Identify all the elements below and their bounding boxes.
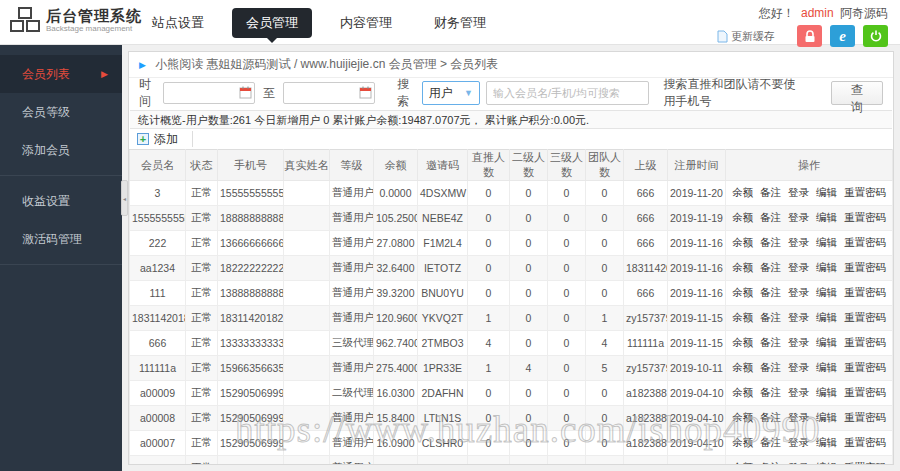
action-edit-link[interactable]: 编辑: [816, 436, 837, 448]
table-row: a00008正常15290506999普通用户15.8400LTLN1S0000…: [130, 406, 893, 431]
action-reset-password-link[interactable]: 重置密码: [844, 286, 886, 298]
table-cell: 0: [468, 406, 510, 431]
table-row: 3正常15555555555普通用户0.00004DSXMW0000666201…: [130, 181, 893, 206]
action-login-link[interactable]: 登录: [788, 336, 809, 348]
action-note-link[interactable]: 备注: [760, 411, 781, 423]
action-balance-link[interactable]: 余额: [732, 411, 753, 423]
action-balance-link[interactable]: 余额: [732, 461, 753, 465]
table-cell: 0: [468, 206, 510, 231]
action-login-link[interactable]: 登录: [788, 211, 809, 223]
action-note-link[interactable]: 备注: [760, 336, 781, 348]
action-reset-password-link[interactable]: 重置密码: [844, 186, 886, 198]
table-row: 18311420182正常18311420182普通用户120.9600YKVQ…: [130, 306, 893, 331]
nav-tab-site-settings[interactable]: 站点设置: [138, 8, 218, 38]
action-edit-link[interactable]: 编辑: [816, 386, 837, 398]
action-login-link[interactable]: 登录: [788, 311, 809, 323]
action-note-link[interactable]: 备注: [760, 261, 781, 273]
row-actions: 余额备注登录编辑重置密码: [726, 231, 893, 256]
table-cell: 正常: [186, 281, 218, 306]
refresh-cache-link[interactable]: 更新缓存: [717, 29, 775, 44]
table-cell: 105.2500: [374, 206, 418, 231]
action-reset-password-link[interactable]: 重置密码: [844, 411, 886, 423]
action-note-link[interactable]: 备注: [760, 436, 781, 448]
row-actions: 余额备注登录编辑重置密码: [726, 206, 893, 231]
action-login-link[interactable]: 登录: [788, 461, 809, 465]
action-edit-link[interactable]: 编辑: [816, 186, 837, 198]
ie-browser-icon[interactable]: e: [830, 25, 855, 47]
action-login-link[interactable]: 登录: [788, 261, 809, 273]
table-cell: 111111a: [130, 356, 186, 381]
action-reset-password-link[interactable]: 重置密码: [844, 436, 886, 448]
action-edit-link[interactable]: 编辑: [816, 211, 837, 223]
add-button[interactable]: + 添加: [137, 131, 178, 148]
table-cell: 0.0000: [374, 181, 418, 206]
sidebar-item-add-member[interactable]: 添加会员: [0, 131, 122, 169]
sidebar-item-profit-settings[interactable]: 收益设置: [0, 182, 122, 220]
table-cell: 0: [548, 331, 586, 356]
action-reset-password-link[interactable]: 重置密码: [844, 261, 886, 273]
action-login-link[interactable]: 登录: [788, 186, 809, 198]
nav-tab-content-management[interactable]: 内容管理: [326, 8, 406, 38]
action-login-link[interactable]: 登录: [788, 236, 809, 248]
nav-tab-member-management[interactable]: 会员管理: [232, 8, 312, 38]
action-note-link[interactable]: 备注: [760, 311, 781, 323]
action-balance-link[interactable]: 余额: [732, 386, 753, 398]
sidebar-item-member-level[interactable]: 会员等级: [0, 93, 122, 131]
action-edit-link[interactable]: 编辑: [816, 361, 837, 373]
table-cell: 111: [130, 281, 186, 306]
table-cell: BNU0YU: [418, 281, 468, 306]
action-edit-link[interactable]: 编辑: [816, 411, 837, 423]
action-reset-password-link[interactable]: 重置密码: [844, 461, 886, 465]
action-reset-password-link[interactable]: 重置密码: [844, 236, 886, 248]
table-row: 15555555555正常18888888888普通用户105.2500NEBE…: [130, 206, 893, 231]
action-reset-password-link[interactable]: 重置密码: [844, 361, 886, 373]
action-balance-link[interactable]: 余额: [732, 186, 753, 198]
table-cell: 0: [468, 281, 510, 306]
action-login-link[interactable]: 登录: [788, 286, 809, 298]
action-reset-password-link[interactable]: 重置密码: [844, 386, 886, 398]
action-edit-link[interactable]: 编辑: [816, 311, 837, 323]
sidebar-item-activation-code[interactable]: 激活码管理: [0, 220, 122, 258]
sidebar-item-member-list[interactable]: 会员列表▶: [0, 55, 122, 93]
action-edit-link[interactable]: 编辑: [816, 461, 837, 465]
action-reset-password-link[interactable]: 重置密码: [844, 311, 886, 323]
action-balance-link[interactable]: 余额: [732, 286, 753, 298]
action-edit-link[interactable]: 编辑: [816, 261, 837, 273]
toolbar-divider: [192, 131, 193, 147]
nav-tab-finance-management[interactable]: 财务管理: [420, 8, 500, 38]
action-reset-password-link[interactable]: 重置密码: [844, 211, 886, 223]
action-login-link[interactable]: 登录: [788, 411, 809, 423]
action-edit-link[interactable]: 编辑: [816, 336, 837, 348]
action-note-link[interactable]: 备注: [760, 386, 781, 398]
action-login-link[interactable]: 登录: [788, 361, 809, 373]
action-balance-link[interactable]: 余额: [732, 236, 753, 248]
action-login-link[interactable]: 登录: [788, 386, 809, 398]
action-note-link[interactable]: 备注: [760, 186, 781, 198]
power-icon[interactable]: [863, 25, 888, 47]
action-note-link[interactable]: 备注: [760, 236, 781, 248]
query-button[interactable]: 查询: [831, 81, 883, 105]
table-cell: 普通用户: [330, 281, 374, 306]
action-balance-link[interactable]: 余额: [732, 336, 753, 348]
table-cell: 0: [548, 256, 586, 281]
table-cell: [284, 206, 330, 231]
action-note-link[interactable]: 备注: [760, 361, 781, 373]
action-note-link[interactable]: 备注: [760, 461, 781, 465]
sidebar-collapse-handle[interactable]: ◂: [121, 180, 128, 216]
search-type-select[interactable]: 用户 ▼: [422, 81, 480, 105]
top-nav: 站点设置会员管理内容管理财务管理: [138, 0, 514, 45]
action-note-link[interactable]: 备注: [760, 211, 781, 223]
search-input[interactable]: [486, 81, 650, 105]
action-edit-link[interactable]: 编辑: [816, 286, 837, 298]
lock-icon[interactable]: [797, 25, 822, 47]
action-balance-link[interactable]: 余额: [732, 436, 753, 448]
action-edit-link[interactable]: 编辑: [816, 236, 837, 248]
action-reset-password-link[interactable]: 重置密码: [844, 336, 886, 348]
table-cell: [284, 356, 330, 381]
action-note-link[interactable]: 备注: [760, 286, 781, 298]
action-balance-link[interactable]: 余额: [732, 211, 753, 223]
action-balance-link[interactable]: 余额: [732, 261, 753, 273]
action-balance-link[interactable]: 余额: [732, 361, 753, 373]
action-login-link[interactable]: 登录: [788, 436, 809, 448]
action-balance-link[interactable]: 余额: [732, 311, 753, 323]
